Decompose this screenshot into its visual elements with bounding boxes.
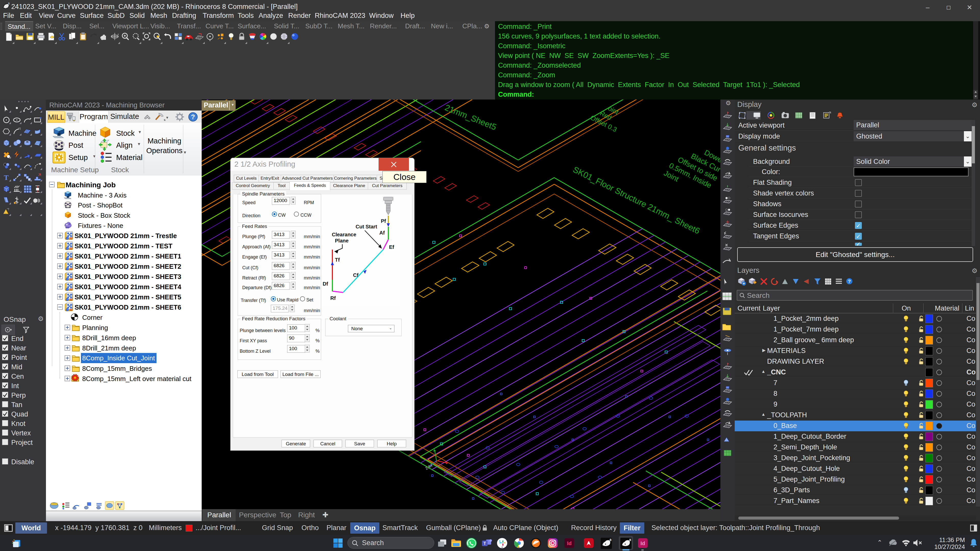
svg-text:T: T <box>4 173 9 181</box>
svg-text:Cf: Cf <box>353 272 358 278</box>
svg-text:Pf: Pf <box>381 218 386 224</box>
svg-text:?: ? <box>191 113 195 121</box>
svg-text:Tf: Tf <box>335 257 340 263</box>
svg-text:Id: Id <box>567 540 571 546</box>
svg-text:Clearance: Clearance <box>332 232 356 237</box>
svg-text:T: T <box>484 541 486 546</box>
svg-text:8: 8 <box>8 2 10 5</box>
svg-text:Id: Id <box>641 540 645 546</box>
svg-text:Df: Df <box>323 281 328 287</box>
svg-text:Plane: Plane <box>335 238 348 243</box>
svg-text:?: ? <box>848 279 851 284</box>
svg-text:8: 8 <box>609 538 611 542</box>
svg-text:⚙: ⚙ <box>725 100 731 106</box>
svg-text:Af: Af <box>379 230 385 235</box>
svg-text:Ef: Ef <box>389 244 394 250</box>
svg-text:8: 8 <box>629 538 631 542</box>
svg-text:Rf: Rf <box>330 295 336 301</box>
svg-text:21mm_Sheet5: 21mm_Sheet5 <box>444 103 498 132</box>
svg-text:Cut Start: Cut Start <box>356 224 377 229</box>
